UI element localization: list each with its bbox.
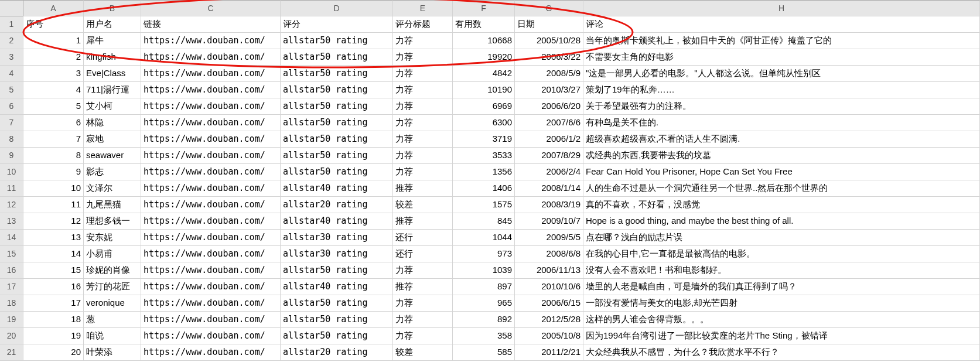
cell-link[interactable]: https://www.douban.com/ [141, 312, 281, 328]
cell-comment[interactable]: 策划了19年的私奔…… [583, 82, 980, 98]
cell-rating-title[interactable]: 还行 [393, 230, 453, 246]
cell-rating-class[interactable]: allstar50 rating [281, 148, 393, 164]
cell-seq[interactable]: 19 [23, 328, 84, 344]
col-header-F[interactable]: F [453, 0, 515, 16]
cell-link[interactable]: https://www.douban.com/ [141, 279, 281, 295]
cell-rating-title[interactable]: 推荐 [393, 279, 453, 295]
cell-date[interactable]: 2005/10/28 [515, 33, 583, 49]
cell-rating-title[interactable]: 力荐 [393, 66, 453, 82]
cell-useful[interactable]: 10668 [453, 33, 515, 49]
cell-rating-class[interactable]: allstar50 rating [281, 328, 393, 344]
cell-date[interactable]: 2006/6/20 [515, 98, 583, 115]
cell-seq[interactable]: 5 [23, 98, 84, 115]
cell-link[interactable]: https://www.douban.com/ [141, 49, 281, 66]
cell-date[interactable]: 2006/2/4 [515, 164, 583, 180]
cell-seq[interactable]: 11 [23, 197, 84, 213]
cell-rating-title[interactable]: 力荐 [393, 328, 453, 344]
cell-user[interactable]: seawaver [84, 148, 141, 164]
header-cell-date[interactable]: 日期 [515, 16, 583, 33]
cell-seq[interactable]: 12 [23, 213, 84, 230]
cell-user[interactable]: 九尾黑猫 [84, 197, 141, 213]
col-header-G[interactable]: G [515, 0, 583, 16]
cell-seq[interactable]: 16 [23, 279, 84, 295]
row-header-6[interactable]: 6 [0, 98, 23, 115]
cell-seq[interactable]: 15 [23, 262, 84, 279]
row-header-13[interactable]: 13 [0, 213, 23, 230]
cell-seq[interactable]: 1 [23, 33, 84, 49]
cell-link[interactable]: https://www.douban.com/ [141, 33, 281, 49]
cell-date[interactable]: 2006/3/22 [515, 49, 583, 66]
cell-rating-title[interactable]: 力荐 [393, 148, 453, 164]
cell-seq[interactable]: 4 [23, 82, 84, 98]
header-cell-useful[interactable]: 有用数 [453, 16, 515, 33]
cell-link[interactable]: https://www.douban.com/ [141, 98, 281, 115]
cell-link[interactable]: https://www.douban.com/ [141, 82, 281, 98]
cell-comment[interactable]: 有种鸟是关不住的. [583, 115, 980, 131]
cell-rating-class[interactable]: allstar50 rating [281, 131, 393, 148]
cell-date[interactable]: 2009/5/5 [515, 230, 583, 246]
cell-date[interactable]: 2006/11/13 [515, 262, 583, 279]
cell-link[interactable]: https://www.douban.com/ [141, 66, 281, 82]
cell-useful[interactable]: 10190 [453, 82, 515, 98]
cell-user[interactable]: 珍妮的肖像 [84, 262, 141, 279]
cell-link[interactable]: https://www.douban.com/ [141, 131, 281, 148]
row-header-4[interactable]: 4 [0, 66, 23, 82]
header-cell-rating_title[interactable]: 评分标题 [393, 16, 453, 33]
cell-comment[interactable]: 没有人会不喜欢吧！书和电影都好。 [583, 262, 980, 279]
cell-rating-title[interactable]: 较差 [393, 197, 453, 213]
cell-comment[interactable]: 忒经典的东西,我要带去我的坟墓 [583, 148, 980, 164]
cell-date[interactable]: 2007/8/29 [515, 148, 583, 164]
cell-useful[interactable]: 965 [453, 295, 515, 312]
header-cell-user[interactable]: 用户名 [84, 16, 141, 33]
cell-date[interactable]: 2008/1/14 [515, 180, 583, 197]
cell-rating-title[interactable]: 力荐 [393, 98, 453, 115]
cell-comment[interactable]: 这样的男人谁会舍得背叛。。。 [583, 312, 980, 328]
cell-date[interactable]: 2011/2/21 [515, 344, 583, 361]
cell-seq[interactable]: 17 [23, 295, 84, 312]
cell-comment[interactable]: 关于希望最强有力的注释。 [583, 98, 980, 115]
cell-user[interactable]: 叶荣添 [84, 344, 141, 361]
cell-comment[interactable]: 一部没有爱情与美女的电影,却光芒四射 [583, 295, 980, 312]
row-header-21[interactable]: 21 [0, 344, 23, 361]
cell-rating-title[interactable]: 力荐 [393, 49, 453, 66]
cell-rating-title[interactable]: 力荐 [393, 115, 453, 131]
cell-date[interactable]: 2010/3/27 [515, 82, 583, 98]
row-header-15[interactable]: 15 [0, 246, 23, 262]
col-header-D[interactable]: D [281, 0, 393, 16]
cell-link[interactable]: https://www.douban.com/ [141, 213, 281, 230]
cell-useful[interactable]: 1406 [453, 180, 515, 197]
cell-seq[interactable]: 18 [23, 312, 84, 328]
cell-user[interactable]: 芳汀的花匠 [84, 279, 141, 295]
cell-comment[interactable]: 人的生命不过是从一个洞穴通往另一个世界..然后在那个世界的 [583, 180, 980, 197]
cell-rating-title[interactable]: 力荐 [393, 33, 453, 49]
cell-rating-title[interactable]: 力荐 [393, 82, 453, 98]
cell-user[interactable]: 犀牛 [84, 33, 141, 49]
cell-rating-class[interactable]: allstar50 rating [281, 82, 393, 98]
cell-useful[interactable]: 1039 [453, 262, 515, 279]
cell-seq[interactable]: 10 [23, 180, 84, 197]
cell-user[interactable]: Eve|Class [84, 66, 141, 82]
cell-rating-class[interactable]: allstar50 rating [281, 49, 393, 66]
cell-link[interactable]: https://www.douban.com/ [141, 180, 281, 197]
cell-rating-class[interactable]: allstar40 rating [281, 279, 393, 295]
col-header-A[interactable]: A [23, 0, 84, 16]
cell-date[interactable]: 2008/5/9 [515, 66, 583, 82]
cell-rating-class[interactable]: allstar50 rating [281, 164, 393, 180]
header-cell-link[interactable]: 链接 [141, 16, 281, 33]
row-header-2[interactable]: 2 [0, 33, 23, 49]
cell-seq[interactable]: 7 [23, 131, 84, 148]
cell-date[interactable]: 2009/10/7 [515, 213, 583, 230]
cell-date[interactable]: 2008/3/19 [515, 197, 583, 213]
cell-rating-title[interactable]: 推荐 [393, 213, 453, 230]
cell-user[interactable]: 安东妮 [84, 230, 141, 246]
cell-seq[interactable]: 2 [23, 49, 84, 66]
cell-user[interactable]: 葱 [84, 312, 141, 328]
cell-rating-class[interactable]: allstar50 rating [281, 262, 393, 279]
cell-link[interactable]: https://www.douban.com/ [141, 262, 281, 279]
cell-useful[interactable]: 3719 [453, 131, 515, 148]
cell-rating-class[interactable]: allstar30 rating [281, 246, 393, 262]
cell-link[interactable]: https://www.douban.com/ [141, 115, 281, 131]
row-header-11[interactable]: 11 [0, 180, 23, 197]
cell-rating-class[interactable]: allstar50 rating [281, 66, 393, 82]
cell-user[interactable]: 林隐 [84, 115, 141, 131]
